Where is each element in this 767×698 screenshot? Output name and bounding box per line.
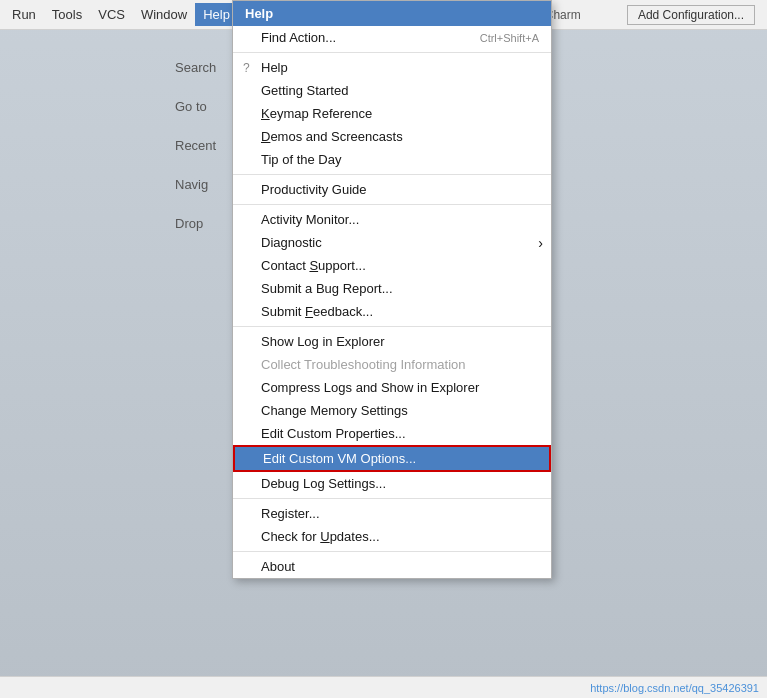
menu-item-show-log[interactable]: Show Log in Explorer — [233, 330, 551, 353]
help-label: Help — [261, 60, 288, 75]
getting-started-label: Getting Started — [261, 83, 348, 98]
edit-custom-vm-label: Edit Custom VM Options... — [263, 451, 416, 466]
sidebar-drop: Drop — [175, 216, 216, 231]
menu-item-check-updates[interactable]: Check for Updates... — [233, 525, 551, 548]
about-label: About — [261, 559, 295, 574]
tip-label: Tip of the Day — [261, 152, 341, 167]
status-bar: https://blog.csdn.net/qq_35426391 — [0, 676, 767, 698]
keymap-label: Keymap Reference — [261, 106, 372, 121]
menu-item-compress-logs[interactable]: Compress Logs and Show in Explorer — [233, 376, 551, 399]
contact-support-label: Contact Support... — [261, 258, 366, 273]
menu-tools[interactable]: Tools — [44, 3, 90, 26]
edit-custom-properties-label: Edit Custom Properties... — [261, 426, 406, 441]
menu-item-debug-log-settings[interactable]: Debug Log Settings... — [233, 472, 551, 495]
sidebar-labels: Search Go to Recent Navig Drop — [175, 60, 216, 231]
menu-vcs[interactable]: VCS — [90, 3, 133, 26]
add-configuration-button[interactable]: Add Configuration... — [627, 5, 755, 25]
status-url: https://blog.csdn.net/qq_35426391 — [590, 682, 759, 694]
collect-troubleshooting-label: Collect Troubleshooting Information — [261, 357, 466, 372]
compress-logs-label: Compress Logs and Show in Explorer — [261, 380, 479, 395]
activity-monitor-label: Activity Monitor... — [261, 212, 359, 227]
separator-4 — [233, 326, 551, 327]
menu-run[interactable]: Run — [4, 3, 44, 26]
menu-item-collect-troubleshooting: Collect Troubleshooting Information — [233, 353, 551, 376]
separator-6 — [233, 551, 551, 552]
menu-item-find-action[interactable]: Find Action... Ctrl+Shift+A — [233, 26, 551, 49]
productivity-label: Productivity Guide — [261, 182, 367, 197]
menu-item-about[interactable]: About — [233, 555, 551, 578]
menu-item-diagnostic[interactable]: Diagnostic — [233, 231, 551, 254]
sidebar-recent: Recent — [175, 138, 216, 153]
menu-item-edit-custom-properties[interactable]: Edit Custom Properties... — [233, 422, 551, 445]
show-log-label: Show Log in Explorer — [261, 334, 385, 349]
register-label: Register... — [261, 506, 320, 521]
demos-label: Demos and Screencasts — [261, 129, 403, 144]
change-memory-label: Change Memory Settings — [261, 403, 408, 418]
help-question-icon: ? — [243, 61, 250, 75]
debug-log-settings-label: Debug Log Settings... — [261, 476, 386, 491]
menu-item-productivity[interactable]: Productivity Guide — [233, 178, 551, 201]
menu-item-tip[interactable]: Tip of the Day — [233, 148, 551, 171]
separator-2 — [233, 174, 551, 175]
find-action-label: Find Action... — [261, 30, 336, 45]
sidebar-navigate: Navig — [175, 177, 216, 192]
menu-header-help: Help — [233, 1, 551, 26]
sidebar-goto: Go to — [175, 99, 216, 114]
menu-item-register[interactable]: Register... — [233, 502, 551, 525]
menu-item-edit-custom-vm[interactable]: Edit Custom VM Options... — [233, 445, 551, 472]
menu-window[interactable]: Window — [133, 3, 195, 26]
separator-5 — [233, 498, 551, 499]
separator-3 — [233, 204, 551, 205]
diagnostic-label: Diagnostic — [261, 235, 322, 250]
menu-item-contact-support[interactable]: Contact Support... — [233, 254, 551, 277]
help-dropdown-menu: Help Find Action... Ctrl+Shift+A ? Help … — [232, 0, 552, 579]
menu-item-help[interactable]: ? Help — [233, 56, 551, 79]
submit-bug-label: Submit a Bug Report... — [261, 281, 393, 296]
menu-item-getting-started[interactable]: Getting Started — [233, 79, 551, 102]
menu-item-submit-bug[interactable]: Submit a Bug Report... — [233, 277, 551, 300]
menu-item-demos[interactable]: Demos and Screencasts — [233, 125, 551, 148]
find-action-shortcut: Ctrl+Shift+A — [460, 32, 539, 44]
sidebar-search: Search — [175, 60, 216, 75]
submit-feedback-label: Submit Feedback... — [261, 304, 373, 319]
menu-item-submit-feedback[interactable]: Submit Feedback... — [233, 300, 551, 323]
menu-item-change-memory[interactable]: Change Memory Settings — [233, 399, 551, 422]
check-updates-label: Check for Updates... — [261, 529, 380, 544]
separator-1 — [233, 52, 551, 53]
menu-item-activity-monitor[interactable]: Activity Monitor... — [233, 208, 551, 231]
menu-item-keymap[interactable]: Keymap Reference — [233, 102, 551, 125]
